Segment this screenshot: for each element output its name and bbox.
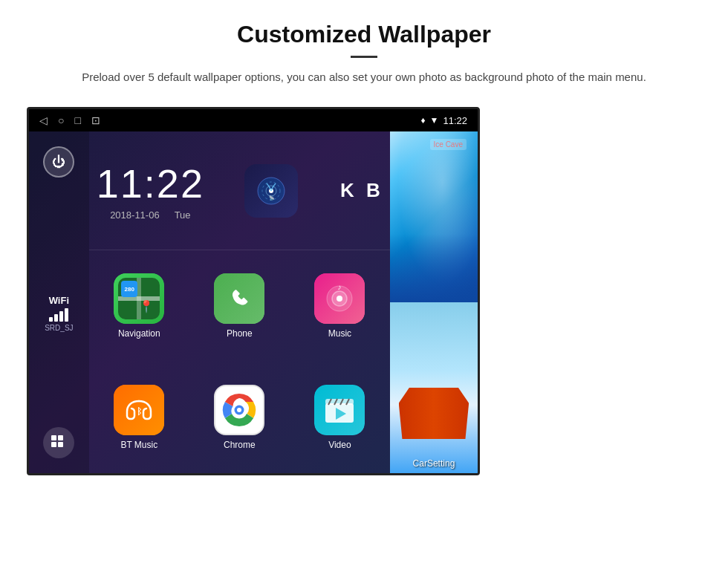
video-label: Video [328,440,351,450]
bt-svg: ᛒ [124,395,154,425]
svg-point-11 [337,296,342,302]
wifi-label: WiFi [45,295,73,306]
status-time: 11:22 [443,115,467,126]
back-icon[interactable]: ◁ [39,114,48,126]
wifi-bar-4 [65,308,68,322]
wifi-widget-icon[interactable]: 📡 [244,164,298,218]
wifi-bar-3 [59,311,63,322]
wallpaper-thumbnails: Ice Cave CarSetting [390,131,478,473]
kb-icons: K B [331,131,390,250]
ice-cave-bg: Ice Cave [390,131,478,302]
wifi-bars [45,308,73,322]
clock-time: 11:22 [97,160,204,206]
music-label: Music [328,328,351,339]
top-row: 11:22 2018-11-06 Tue [89,131,390,250]
nav-buttons: ◁ ○ □ ⊡ [39,114,100,126]
thumb-label-1: Ice Cave [430,139,467,150]
app-item-chrome[interactable]: Chrome [189,362,290,473]
svg-rect-3 [58,442,63,447]
svg-text:ᛒ: ᛒ [137,406,142,417]
power-button[interactable]: ⏻ [43,146,74,178]
android-screen: ◁ ○ □ ⊡ ♦ ▼ 11:22 ⏻ WiFi [27,107,480,475]
music-icon: ♪ [314,273,365,324]
bt-music-icon: ᛒ [114,385,164,435]
video-svg [324,396,355,424]
svg-point-17 [237,408,241,412]
screen-main: 11:22 2018-11-06 Tue [89,131,390,473]
wifi-bar-2 [54,314,58,322]
phone-label: Phone [227,328,253,339]
widget-icons: 📡 [212,131,331,250]
header-section: Customized Wallpaper Preload over 5 defa… [0,0,728,100]
main-content: ◁ ○ □ ⊡ ♦ ▼ 11:22 ⏻ WiFi [0,107,728,475]
screenshot-icon[interactable]: ⊡ [91,114,100,126]
svg-rect-2 [51,442,56,447]
recents-icon[interactable]: □ [74,114,80,126]
svg-rect-0 [51,435,56,440]
sidebar-top: ⏻ [43,146,74,178]
chrome-label: Chrome [224,440,256,450]
bridge-thumb[interactable]: CarSetting [390,302,478,473]
k-icon[interactable]: K [340,179,354,202]
app-item-bt-music[interactable]: ᛒ BT Music [89,362,189,473]
status-bar: ◁ ○ □ ⊡ ♦ ▼ 11:22 [29,109,478,131]
app-item-music[interactable]: ♪ Music [290,250,390,362]
header-description: Preload over 5 default wallpaper options… [59,68,669,86]
clock-date-value: 2018-11-06 [110,209,160,221]
video-icon [314,385,365,435]
bt-music-label: BT Music [120,440,157,450]
chrome-svg [221,391,258,429]
b-icon[interactable]: B [366,179,380,202]
wifi-bar-1 [49,317,53,322]
app-drawer-button[interactable] [43,427,74,458]
clock-day: Tue [175,209,191,221]
chrome-icon [214,385,264,435]
apps-grid: 280 📍 Navigation [89,250,390,473]
sidebar: ⏻ WiFi SRD_SJ [29,131,89,473]
clock-date: 2018-11-06 Tue [110,209,190,221]
home-icon[interactable]: ○ [58,114,64,126]
status-right: ♦ ▼ 11:22 [420,115,467,126]
app-item-navigation[interactable]: 280 📍 Navigation [89,250,189,362]
phone-svg [225,284,253,313]
app-item-video[interactable]: Video [290,362,390,473]
carsetting-label: CarSetting [390,458,478,469]
navigation-icon: 280 📍 [114,273,164,324]
apps-icon [51,435,67,451]
ice-cave-thumb[interactable]: Ice Cave [390,131,478,302]
app-item-phone[interactable]: Phone [189,250,290,362]
bridge-scene-bg [390,302,478,473]
location-icon: ♦ [420,115,425,126]
svg-text:📡: 📡 [268,195,274,201]
title-divider [351,56,377,58]
screen-body: ⏻ WiFi SRD_SJ [29,131,478,473]
wifi-icon: ▼ [430,115,439,126]
svg-text:♪: ♪ [338,284,342,291]
navigation-label: Navigation [118,328,160,339]
wifi-widget: WiFi SRD_SJ [45,295,73,332]
signal-widget-svg: 📡 [256,176,286,206]
svg-rect-1 [58,435,63,440]
power-icon: ⏻ [52,154,65,170]
clock-widget: 11:22 2018-11-06 Tue [89,131,212,250]
phone-icon [214,273,264,324]
music-svg: ♪ [325,284,354,313]
page-title: Customized Wallpaper [59,21,669,48]
wifi-ssid: SRD_SJ [45,324,73,332]
